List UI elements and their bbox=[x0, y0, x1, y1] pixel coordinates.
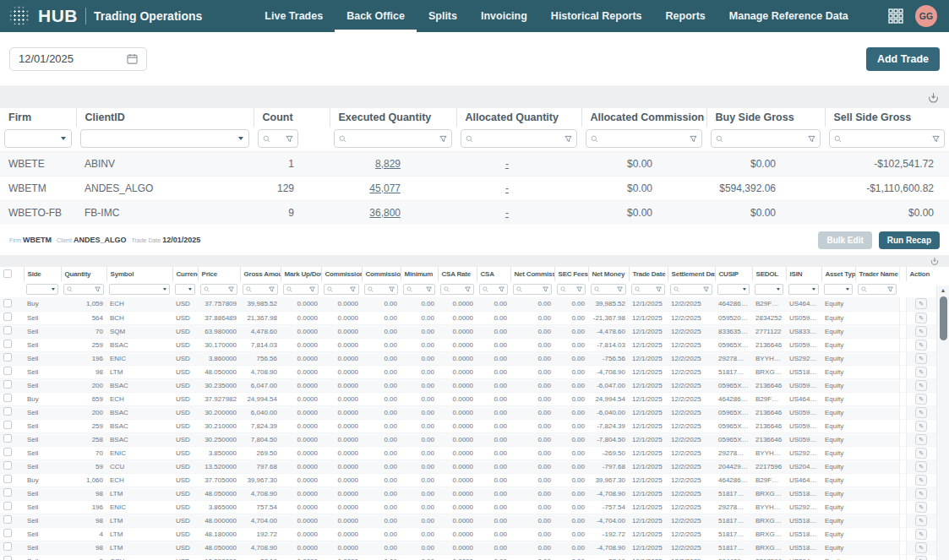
filter-search-input[interactable] bbox=[440, 284, 474, 295]
filter-select[interactable] bbox=[80, 129, 249, 148]
nav-item[interactable]: Back Office bbox=[335, 0, 417, 32]
executed-quantity-link[interactable]: 36,800 bbox=[369, 207, 401, 219]
detail-column-header[interactable]: Net Money bbox=[588, 267, 629, 281]
detail-column-header[interactable]: ISIN bbox=[786, 267, 821, 281]
trade-row[interactable]: Sell 98 LTM USD 48.000000 4,704.00 0.000… bbox=[0, 514, 936, 527]
filter-select[interactable] bbox=[175, 284, 195, 295]
avatar[interactable]: GG bbox=[915, 5, 937, 27]
row-checkbox[interactable] bbox=[3, 515, 12, 524]
row-action-button[interactable]: ✎ bbox=[915, 313, 927, 323]
filter-search-input[interactable] bbox=[829, 129, 945, 148]
filter-search-input[interactable] bbox=[631, 284, 665, 295]
detail-column-header[interactable]: Settlement Date bbox=[668, 267, 715, 281]
detail-column-header[interactable]: Symbol bbox=[106, 267, 172, 281]
row-action-button[interactable]: ✎ bbox=[915, 488, 927, 499]
nav-item[interactable]: Reports bbox=[654, 0, 717, 32]
filter-search-input[interactable] bbox=[324, 284, 359, 295]
nav-item[interactable]: Manage Reference Data bbox=[717, 0, 860, 32]
row-checkbox[interactable] bbox=[3, 448, 12, 456]
filter-search-input[interactable] bbox=[364, 284, 398, 295]
row-checkbox[interactable] bbox=[3, 529, 12, 537]
detail-column-header[interactable]: Mark Up/Down bbox=[281, 267, 321, 281]
row-checkbox[interactable] bbox=[3, 502, 12, 510]
trade-row[interactable]: Sell 59 CCU USD 13.520000 797.68 0.0000 … bbox=[0, 459, 936, 473]
apps-grid-icon[interactable] bbox=[888, 8, 903, 24]
row-action-button[interactable]: ✎ bbox=[915, 394, 927, 405]
executed-quantity-link[interactable]: 45,077 bbox=[369, 182, 401, 194]
filter-search-input[interactable] bbox=[479, 284, 508, 295]
filter-search-input[interactable] bbox=[334, 129, 452, 148]
filter-search-input[interactable] bbox=[557, 284, 586, 295]
row-checkbox[interactable] bbox=[3, 542, 12, 551]
row-action-button[interactable]: ✎ bbox=[915, 340, 927, 351]
trade-row[interactable]: Sell 98 LTM USD 48.050000 4,708.90 0.000… bbox=[0, 365, 936, 378]
row-checkbox[interactable] bbox=[3, 421, 12, 429]
select-all-checkbox[interactable] bbox=[3, 269, 12, 278]
filter-search-input[interactable] bbox=[63, 284, 104, 295]
row-action-button[interactable]: ✎ bbox=[915, 448, 927, 459]
nav-item[interactable]: Invoicing bbox=[469, 0, 539, 32]
filter-search-input[interactable] bbox=[258, 129, 298, 148]
trade-row[interactable]: Sell 258 BSAC USD 30.250000 7,804.50 0.0… bbox=[0, 432, 936, 446]
trade-row[interactable]: Sell 259 BSAC USD 30.170000 7,814.03 0.0… bbox=[0, 338, 936, 351]
row-action-button[interactable]: ✎ bbox=[915, 434, 927, 445]
summary-row[interactable]: WBETM ANDES_ALGO 129 45,077 - $0.00 $594… bbox=[0, 176, 949, 200]
row-checkbox[interactable] bbox=[3, 461, 12, 470]
summary-column-header[interactable]: Allocated Quantity bbox=[456, 108, 581, 127]
filter-search-input[interactable] bbox=[711, 129, 821, 148]
detail-column-header[interactable]: SEDOL bbox=[752, 267, 786, 281]
detail-column-header[interactable]: Minimum bbox=[401, 267, 438, 281]
detail-column-header[interactable]: Trader Name bbox=[855, 267, 899, 281]
detail-column-header[interactable]: Price bbox=[198, 267, 240, 281]
row-action-button[interactable]: ✎ bbox=[915, 461, 927, 472]
row-action-button[interactable]: ✎ bbox=[915, 407, 927, 418]
summary-column-header[interactable]: ClientID bbox=[76, 108, 254, 127]
row-action-button[interactable]: ✎ bbox=[915, 298, 927, 309]
row-checkbox[interactable] bbox=[3, 326, 12, 334]
detail-column-header[interactable]: Trade Date bbox=[629, 267, 668, 281]
row-checkbox[interactable] bbox=[3, 340, 12, 348]
row-action-button[interactable]: ✎ bbox=[915, 353, 927, 364]
detail-column-header[interactable]: CSA bbox=[477, 267, 510, 281]
row-action-button[interactable]: ✎ bbox=[915, 515, 927, 526]
row-action-button[interactable]: ✎ bbox=[915, 421, 927, 432]
filter-search-input[interactable] bbox=[283, 284, 319, 295]
summary-column-header[interactable]: Sell Side Gross bbox=[825, 108, 949, 127]
detail-column-header[interactable]: Asset Type bbox=[821, 267, 855, 281]
row-action-button[interactable]: ✎ bbox=[915, 380, 927, 391]
trade-row[interactable]: Sell 98 LTM USD 48.050000 4,708.90 0.000… bbox=[0, 541, 936, 554]
detail-column-header[interactable]: Commission Rate bbox=[321, 267, 362, 281]
trade-row[interactable]: Buy 659 ECH USD 37.927982 24,994.54 0.00… bbox=[0, 392, 936, 405]
filter-search-input[interactable] bbox=[586, 129, 702, 148]
trade-date-picker[interactable]: 12/01/2025 bbox=[9, 47, 147, 71]
row-checkbox[interactable] bbox=[3, 353, 12, 362]
row-checkbox[interactable] bbox=[3, 475, 12, 483]
summary-column-header[interactable]: Firm bbox=[0, 108, 76, 127]
trade-row[interactable]: Sell 200 BSAC USD 30.235000 6,047.00 0.0… bbox=[0, 378, 936, 392]
detail-column-header[interactable]: Action bbox=[906, 267, 936, 281]
filter-select[interactable] bbox=[109, 284, 170, 295]
filter-select[interactable] bbox=[4, 129, 72, 148]
row-checkbox[interactable] bbox=[3, 313, 12, 321]
row-checkbox[interactable] bbox=[3, 299, 12, 307]
filter-search-input[interactable] bbox=[513, 284, 552, 295]
scrollbar-thumb[interactable] bbox=[940, 296, 947, 340]
row-action-button[interactable]: ✎ bbox=[915, 367, 927, 378]
trade-row[interactable]: Sell 564 BCH USD 37.886489 21,367.98 0.0… bbox=[0, 311, 936, 324]
trade-row[interactable]: Sell 196 ENIC USD 3.865000 757.54 0.0000… bbox=[0, 500, 936, 514]
row-action-button[interactable]: ✎ bbox=[915, 326, 927, 337]
allocated-quantity-link[interactable]: - bbox=[505, 182, 509, 194]
trade-row[interactable]: Sell 98 LTM USD 48.050000 4,708.90 0.000… bbox=[0, 487, 936, 500]
filter-search-input[interactable] bbox=[403, 284, 435, 295]
trade-row[interactable]: Sell 70 SQM USD 63.980000 4,478.60 0.000… bbox=[0, 324, 936, 338]
filter-select[interactable] bbox=[788, 284, 819, 295]
filter-select[interactable] bbox=[717, 284, 750, 295]
row-action-button[interactable]: ✎ bbox=[915, 529, 927, 540]
row-checkbox[interactable] bbox=[3, 488, 12, 497]
trade-row[interactable]: Sell 4 LTM USD 48.180000 192.72 0.0000 0… bbox=[0, 527, 936, 541]
filter-search-input[interactable] bbox=[858, 284, 897, 295]
nav-item[interactable]: Live Trades bbox=[253, 0, 335, 32]
detail-column-header[interactable]: SEC Fees bbox=[554, 267, 588, 281]
detail-column-header[interactable]: Commission bbox=[362, 267, 401, 281]
allocated-quantity-link[interactable]: - bbox=[505, 207, 509, 219]
